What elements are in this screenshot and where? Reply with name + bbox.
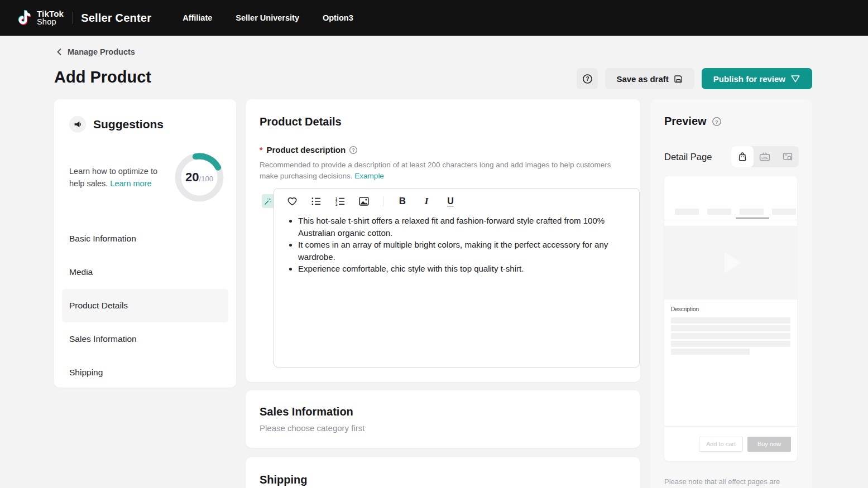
sales-information-hint: Please choose category first	[260, 423, 626, 433]
preview-disclaimer: Please note that all effect pages are pr…	[664, 476, 804, 488]
nav-item-option3[interactable]: Option3	[323, 13, 353, 22]
save-draft-label: Save as draft	[616, 74, 668, 84]
description-editor: 123 B I U This hot-sale t-shirt offers a…	[274, 188, 640, 368]
numbered-list-icon[interactable]: 123	[334, 195, 346, 207]
mock-header-space	[664, 176, 797, 209]
mock-strip	[664, 220, 797, 226]
svg-text:?: ?	[352, 147, 355, 153]
hint-text: Recommended to provide a description of …	[260, 161, 611, 180]
svg-text:LIVE: LIVE	[762, 156, 769, 160]
publish-nabla-icon	[790, 74, 800, 83]
preview-help-icon[interactable]: ?	[712, 117, 722, 127]
header-nav: Affiliate Seller University Option3	[183, 13, 353, 22]
publish-for-review-button[interactable]: Publish for review	[702, 68, 812, 89]
preview-header: Preview ?	[664, 115, 799, 128]
nav-item-seller-university[interactable]: Seller University	[236, 13, 299, 22]
bullet-list-icon[interactable]	[310, 195, 322, 207]
app-name[interactable]: Seller Center	[81, 12, 151, 25]
ai-wand-button[interactable]	[262, 194, 274, 208]
question-circle-icon: ?	[582, 74, 593, 84]
tab-browse[interactable]	[776, 146, 799, 167]
mock-text-line	[671, 333, 790, 339]
sales-information-card: Sales Information Please choose category…	[246, 390, 640, 448]
description-input[interactable]: This hot-sale t-shirt offers a relaxed f…	[274, 211, 639, 350]
score-total: /100	[199, 175, 213, 183]
mock-active-tab-underline-row	[664, 215, 797, 220]
tab-live[interactable]: LIVE	[754, 146, 776, 167]
mock-tab-placeholders	[664, 209, 797, 215]
description-editor-wrap: 123 B I U This hot-sale t-shirt offers a…	[274, 188, 640, 368]
description-hint: Recommended to provide a description of …	[260, 160, 621, 181]
editor-toolbar: 123 B I U	[274, 189, 639, 211]
preview-mode-row: Detail Page LIVE	[664, 146, 799, 167]
required-marker: *	[260, 146, 262, 154]
save-icon	[674, 74, 683, 84]
toolbar-divider	[383, 196, 383, 206]
sidebar-item-sales-information[interactable]: Sales Information	[62, 322, 228, 356]
nav-item-affiliate[interactable]: Affiliate	[183, 13, 212, 22]
detail-page-mockup: Description Add to cart Buy now	[664, 176, 797, 461]
sales-information-title: Sales Information	[260, 405, 626, 418]
page-title: Add Product	[54, 68, 151, 86]
mock-text-line	[671, 325, 790, 331]
shipping-title: Shipping	[260, 473, 626, 486]
field-help-icon[interactable]: ?	[349, 146, 358, 154]
underline-button[interactable]: U	[444, 195, 457, 207]
favorite-phrases-icon[interactable]	[286, 195, 298, 207]
mock-active-tab-underline	[736, 218, 769, 219]
suggestions-body: Learn how to optimize to help sales. Lea…	[69, 153, 224, 202]
chevron-left-icon	[56, 48, 63, 56]
description-bullet: It comes in an array of multiple bright …	[298, 239, 625, 263]
italic-button[interactable]: I	[420, 195, 433, 207]
sidebar-item-basic-information[interactable]: Basic Information	[62, 222, 228, 255]
mock-add-to-cart-button: Add to cart	[699, 437, 743, 452]
product-description-label-row: * Product description ?	[260, 145, 626, 154]
tiktok-shop-logo[interactable]: TikTok Shop	[17, 9, 64, 27]
preview-title: Preview	[664, 115, 707, 128]
mock-tab-bar	[707, 209, 731, 215]
sidebar-item-product-details[interactable]: Product Details	[62, 289, 228, 322]
product-description-label: Product description	[266, 145, 346, 154]
suggestions-text: Learn how to optimize to help sales. Lea…	[69, 165, 165, 190]
score-value: 20	[185, 170, 199, 185]
mock-footer: Add to cart Buy now	[664, 426, 797, 461]
tab-shopping-bag[interactable]	[731, 146, 754, 167]
mock-text-line	[671, 341, 790, 347]
top-header: TikTok Shop Seller Center Affiliate Sell…	[0, 0, 868, 36]
help-button[interactable]: ?	[577, 68, 598, 89]
suggestions-header: Suggestions	[54, 116, 236, 133]
logo-wordmark: TikTok Shop	[37, 9, 64, 26]
bold-button[interactable]: B	[396, 195, 409, 207]
mock-description-label: Description	[671, 306, 790, 312]
sidebar-item-shipping[interactable]: Shipping	[62, 356, 228, 389]
learn-more-link[interactable]: Learn more	[110, 179, 151, 188]
svg-text:3: 3	[335, 203, 338, 206]
mock-video-area	[664, 226, 797, 299]
score-label: 20 /100	[175, 153, 224, 202]
publish-label: Publish for review	[713, 74, 785, 84]
shipping-card: Shipping	[246, 457, 640, 488]
mock-text-line	[671, 349, 750, 355]
megaphone-icon	[69, 116, 86, 133]
insert-image-icon[interactable]	[358, 195, 370, 207]
magic-wand-icon	[264, 197, 272, 205]
preview-panel: Preview ? Detail Page LIVE	[650, 99, 812, 488]
preview-tab-switcher: LIVE	[731, 146, 799, 167]
save-as-draft-button[interactable]: Save as draft	[605, 68, 694, 89]
mock-buy-now-button: Buy now	[747, 437, 791, 452]
product-details-card: Product Details * Product description ? …	[246, 99, 640, 382]
play-icon	[725, 252, 741, 273]
sidebar-item-media[interactable]: Media	[62, 255, 228, 289]
tiktok-note-icon	[17, 9, 32, 27]
mock-tab-bar	[772, 209, 796, 215]
svg-text:?: ?	[586, 76, 589, 82]
example-link[interactable]: Example	[354, 172, 384, 180]
description-bullet: Experience comfortable, chic style with …	[298, 263, 625, 275]
page-actions: ? Save as draft Publish for review	[577, 68, 812, 89]
mock-tab-bar	[675, 209, 699, 215]
mock-text-line	[671, 317, 790, 323]
detail-page-label: Detail Page	[664, 152, 712, 162]
breadcrumb-back[interactable]: Manage Products	[56, 47, 135, 56]
description-bullet: This hot-sale t-shirt offers a relaxed f…	[298, 215, 625, 239]
svg-text:?: ?	[715, 118, 718, 124]
